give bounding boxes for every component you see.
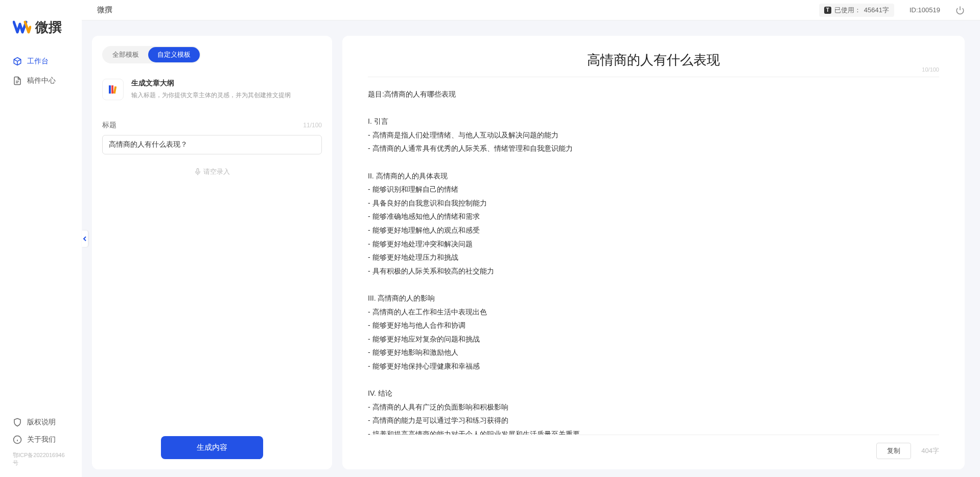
logo-icon: [13, 18, 31, 36]
logo[interactable]: 微撰: [0, 0, 82, 52]
usage-prefix: 已使用：: [834, 6, 861, 15]
title-field-counter: 11/100: [303, 122, 322, 129]
icp-text: 鄂ICP备2022016946号: [5, 448, 77, 467]
shield-icon: [13, 418, 22, 427]
result-content[interactable]: 题目:高情商的人有哪些表现 I. 引言 - 高情商是指人们处理情绪、与他人互动以…: [368, 87, 939, 435]
svg-rect-5: [111, 85, 113, 94]
tab-custom-templates[interactable]: 自定义模板: [148, 47, 200, 62]
template-desc: 输入标题，为你提供文章主体的灵感，并为其创建推文提纲: [131, 91, 322, 100]
microphone-icon: [194, 168, 201, 175]
input-panel: 全部模板 自定义模板 生成文章大纲 输入标题，为你提供文章主体的灵感，并为其创建…: [92, 36, 332, 469]
title-input[interactable]: [102, 135, 322, 154]
voice-input-button[interactable]: 请空录入: [102, 167, 322, 176]
info-icon: [13, 435, 22, 444]
collapse-sidebar-button[interactable]: [82, 231, 88, 247]
user-id: ID:100519: [909, 6, 940, 14]
footer-item-label: 版权说明: [27, 418, 56, 427]
result-title-counter: 10/100: [922, 66, 939, 73]
footer-item-copyright[interactable]: 版权说明: [5, 414, 77, 431]
template-books-icon: [102, 79, 124, 100]
template-tab-switcher: 全部模板 自定义模板: [102, 46, 201, 63]
svg-rect-6: [113, 86, 116, 94]
usage-icon: T: [824, 7, 831, 14]
cube-icon: [13, 57, 22, 66]
word-count: 404字: [921, 446, 939, 456]
page-title: 微撰: [97, 5, 112, 15]
generate-button[interactable]: 生成内容: [161, 436, 263, 459]
document-icon: [13, 76, 22, 85]
nav-item-label: 稿件中心: [27, 76, 56, 85]
result-title: 高情商的人有什么表现: [368, 51, 939, 69]
usage-value: 45641字: [864, 6, 889, 15]
output-panel: 高情商的人有什么表现 10/100 题目:高情商的人有哪些表现 I. 引言 - …: [342, 36, 965, 469]
sidebar: 微撰 工作台 稿件中心 版权说明: [0, 0, 82, 477]
tab-all-templates[interactable]: 全部模板: [103, 47, 148, 62]
template-title: 生成文章大纲: [131, 79, 322, 88]
nav-item-workspace[interactable]: 工作台: [5, 52, 77, 71]
nav-item-docs[interactable]: 稿件中心: [5, 71, 77, 90]
power-icon[interactable]: [955, 6, 965, 15]
chevron-left-icon: [83, 236, 87, 242]
topbar: 微撰 T 已使用： 45641字 ID:100519: [82, 0, 980, 20]
nav-item-label: 工作台: [27, 57, 49, 66]
logo-text: 微撰: [35, 18, 62, 36]
copy-button[interactable]: 复制: [876, 443, 911, 459]
template-card: 生成文章大纲 输入标题，为你提供文章主体的灵感，并为其创建推文提纲: [102, 74, 322, 110]
svg-rect-4: [109, 85, 111, 94]
footer-item-label: 关于我们: [27, 435, 56, 444]
usage-badge[interactable]: T 已使用： 45641字: [819, 4, 894, 17]
title-field-label: 标题: [102, 121, 116, 130]
footer-item-about[interactable]: 关于我们: [5, 431, 77, 448]
